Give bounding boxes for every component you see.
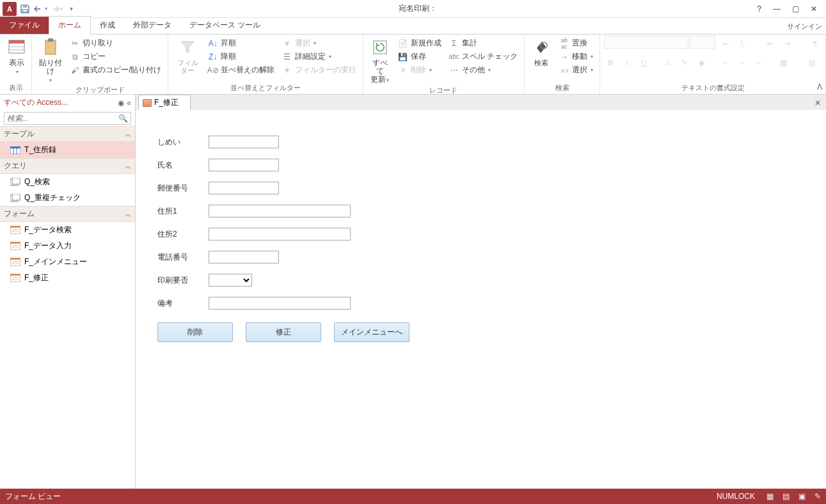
label-name: 氏名 (157, 160, 209, 171)
label-addr2: 住所2 (157, 229, 209, 240)
nav-search[interactable]: 🔍 (4, 112, 131, 125)
group-find-label: 検索 (528, 83, 596, 94)
totals-button[interactable]: Σ集計 (447, 37, 520, 49)
paste-button[interactable]: 貼り付け▾ (36, 36, 65, 85)
doc-tab-f-edit[interactable]: F_修正 (138, 95, 191, 110)
view-design-icon[interactable]: ✎ (814, 492, 821, 501)
input-name[interactable] (209, 159, 279, 171)
tab-external-data[interactable]: 外部データ (124, 17, 180, 34)
close-icon[interactable]: ✕ (811, 4, 817, 13)
nav-header[interactable]: すべての Access... (4, 97, 115, 108)
save-icon[interactable] (18, 2, 32, 16)
text-direction-icon[interactable]: ¶ (809, 37, 822, 50)
cut-button[interactable]: ✂切り取り (67, 37, 164, 49)
nav-collapse-icon[interactable]: « (127, 98, 131, 107)
tab-file[interactable]: ファイル (0, 17, 49, 34)
alternate-fill-icon[interactable]: ▤ (805, 56, 818, 69)
underline-icon[interactable]: U (637, 56, 650, 69)
save-record-button[interactable]: 💾保存 (395, 51, 444, 63)
view-button[interactable]: 表示▾ (4, 36, 29, 77)
input-memo[interactable] (209, 297, 351, 310)
nav-item-f-dataentry[interactable]: F_データ入力 (0, 238, 135, 254)
form-body: しめい 氏名 郵便番号 住所1 住所2 電話番号 印刷要否 備考 削除 修正 メ… (136, 110, 826, 489)
input-shimei[interactable] (209, 136, 279, 148)
undo-icon[interactable]: ▾ (33, 2, 47, 16)
filter-button[interactable]: フィルター (172, 36, 202, 75)
sort-asc-button[interactable]: A↓昇順 (205, 37, 277, 49)
nav-search-input[interactable] (4, 113, 116, 124)
toggle-filter-button[interactable]: ▼フィルターの実行 (280, 64, 359, 76)
numbering-icon[interactable]: ⒈ (736, 37, 749, 50)
maximize-icon[interactable]: ▢ (792, 4, 799, 13)
nav-item-t-addressbook[interactable]: T_住所録 (0, 142, 135, 158)
tab-create[interactable]: 作成 (91, 17, 124, 34)
view-datasheet-icon[interactable]: ▤ (782, 492, 790, 501)
svg-rect-0 (22, 10, 28, 12)
doc-tab-close-icon[interactable]: ✕ (814, 98, 821, 107)
decrease-indent-icon[interactable]: ⇤ (764, 37, 777, 50)
nav-item-q-search[interactable]: Q_検索 (0, 174, 135, 190)
help-icon[interactable]: ? (757, 4, 761, 13)
tab-home[interactable]: ホーム (49, 16, 91, 35)
font-size-combo[interactable] (690, 36, 715, 49)
goto-button[interactable]: →移動 ▾ (557, 51, 596, 63)
bullets-icon[interactable]: ≔ (719, 37, 732, 50)
select-print[interactable] (209, 274, 252, 287)
tab-database-tools[interactable]: データベース ツール (180, 17, 269, 34)
new-record-button[interactable]: 📄新規作成 (395, 37, 444, 49)
find-button[interactable]: 検索 (528, 36, 554, 68)
align-center-icon[interactable]: ≡ (736, 56, 749, 69)
view-layout-icon[interactable]: ▣ (798, 492, 806, 501)
refresh-all-button[interactable]: すべて更新▾ (367, 36, 393, 86)
nav-group-tables[interactable]: テーブル︽ (0, 126, 135, 142)
font-name-combo[interactable] (604, 36, 688, 49)
input-addr2[interactable] (209, 228, 351, 240)
form-delete-button[interactable]: 削除 (157, 322, 233, 342)
font-color-icon[interactable]: A (662, 56, 674, 69)
group-view-label: 表示 (4, 83, 28, 94)
highlight-icon[interactable]: ✎ (678, 56, 691, 69)
align-right-icon[interactable]: ≡ (752, 56, 765, 69)
nav-group-queries[interactable]: クエリ︽ (0, 158, 135, 174)
advanced-filter-button[interactable]: ☰詳細設定 ▾ (280, 51, 359, 63)
ribbon: 表示▾ 表示 貼り付け▾ ✂切り取り ⧉コピー 🖌書式のコピー/貼り付け クリッ… (0, 35, 826, 95)
copy-button[interactable]: ⧉コピー (67, 51, 164, 63)
format-painter-button[interactable]: 🖌書式のコピー/貼り付け (67, 64, 164, 76)
collapse-ribbon-icon[interactable]: ᐱ (817, 83, 822, 91)
form-mainmenu-button[interactable]: メインメニューへ (334, 322, 409, 342)
label-addr1: 住所1 (157, 206, 209, 217)
more-button[interactable]: ⋯その他 ▾ (447, 64, 520, 76)
align-left-icon[interactable]: ≡ (719, 56, 732, 69)
select-button[interactable]: ▭選択 ▾ (557, 64, 596, 76)
qat-customize-icon[interactable]: ▾ (64, 2, 78, 16)
search-icon[interactable]: 🔍 (116, 114, 131, 123)
nav-item-f-datasearch[interactable]: F_データ検索 (0, 222, 135, 238)
fill-color-icon[interactable]: ◆ (695, 56, 708, 69)
delete-record-button[interactable]: ✕削除 ▾ (395, 64, 444, 76)
input-addr1[interactable] (209, 205, 351, 217)
nav-item-f-mainmenu[interactable]: F_メインメニュー (0, 254, 135, 270)
app-icon: A (3, 2, 17, 16)
gridlines-icon[interactable]: ▦ (777, 56, 790, 69)
clear-sort-button[interactable]: A⊘並べ替えの解除 (205, 64, 277, 76)
minimize-icon[interactable]: — (773, 4, 781, 13)
sort-desc-button[interactable]: Z↓降順 (205, 51, 277, 63)
nav-item-f-edit[interactable]: F_修正 (0, 270, 135, 286)
input-tel[interactable] (209, 251, 279, 264)
input-zip[interactable] (209, 182, 279, 194)
replace-button[interactable]: abac置換 (557, 37, 596, 49)
italic-icon[interactable]: I (621, 56, 633, 69)
selection-filter-button[interactable]: ▼選択 ▾ (280, 37, 359, 49)
increase-indent-icon[interactable]: ⇥ (781, 37, 793, 50)
view-form-icon[interactable]: ▦ (766, 492, 774, 501)
nav-item-q-dupcheck[interactable]: Q_重複チェック (0, 190, 135, 206)
redo-icon[interactable]: ▾ (49, 2, 63, 16)
spelling-button[interactable]: abcスペル チェック (447, 51, 520, 63)
sign-in-link[interactable]: サインイン (787, 22, 822, 31)
nav-dropdown-icon[interactable]: ◉ (118, 98, 124, 107)
svg-rect-19 (10, 226, 20, 228)
nav-group-forms[interactable]: フォーム︽ (0, 206, 135, 222)
status-view-label: フォーム ビュー (5, 491, 717, 502)
form-update-button[interactable]: 修正 (246, 322, 321, 342)
bold-icon[interactable]: B (604, 56, 617, 69)
